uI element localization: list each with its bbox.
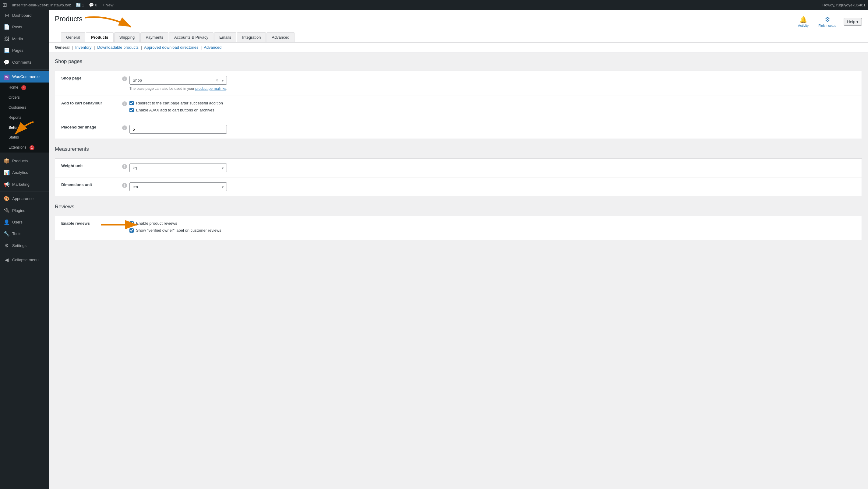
shop-page-row: Shop page ? Shop × ▾ [55,71,862,96]
sidebar-item-products[interactable]: 📦 Products [0,155,49,167]
reviews-checkboxes: Enable product reviews Show "verified ow… [129,221,221,235]
tabs-list: General Products Shipping Payments Accou… [55,32,862,42]
placeholder-image-input[interactable] [129,125,227,134]
settings-tabs: General Products Shipping Payments Accou… [55,32,862,42]
sidebar-item-media[interactable]: 🖼 Media [0,33,49,45]
sidebar-item-appearance[interactable]: 🎨 Appearance [0,193,49,205]
sidebar-item-tools[interactable]: 🔧 Tools [0,228,49,240]
add-to-cart-checkboxes: Redirect to the cart page after successf… [129,101,223,115]
weight-unit-field-row: ? kg g lbs oz ▾ [122,164,856,172]
sidebar-item-marketing[interactable]: 📢 Marketing [0,179,49,190]
shop-page-help-icon[interactable]: ? [122,76,127,81]
weight-unit-help-icon[interactable]: ? [122,164,127,169]
settings-wp-icon: ⚙ [4,242,10,249]
woocommerce-submenu: Home 4 Orders Customers Reports Settings… [0,83,49,153]
collapse-icon: ◀ [4,257,10,263]
sidebar-item-collapse[interactable]: ◀ Collapse menu [0,254,49,266]
placeholder-image-help-icon[interactable]: ? [122,125,127,130]
help-button[interactable]: Help ▾ [844,18,862,26]
shop-pages-section-title: Shop pages [55,59,862,67]
admin-bar: ⊞ unselfish-seal-2cef45.instawp.xyz 🔄 1 … [0,0,868,10]
shop-page-select-wrap: Shop × ▾ The base page can also be used … [129,76,227,91]
shop-page-select[interactable]: Shop [129,76,227,85]
add-to-cart-help-icon[interactable]: ? [122,101,127,106]
sidebar-item-wc-reports[interactable]: Reports [0,113,49,123]
settings-content: Shop pages Shop page ? Sho [49,53,868,246]
dashboard-icon: ⊞ [4,12,10,19]
marketing-icon: 📢 [4,181,10,188]
ajax-add-to-cart-checkbox[interactable] [129,108,134,112]
comments-count[interactable]: 💬 0 [89,3,97,7]
sidebar-item-users[interactable]: 👤 Users [0,217,49,228]
shop-page-desc: The base page can also be used in your p… [129,87,227,91]
shop-page-label: Shop page [61,76,81,80]
sidebar-item-pages[interactable]: 📃 Pages [0,45,49,56]
sidebar-item-plugins[interactable]: 🔌 Plugins [0,205,49,216]
measurements-table: Weight unit ? kg g lbs oz [55,158,862,196]
dimensions-unit-field-row: ? cm m mm in yd ▾ [122,183,856,191]
add-to-cart-field-row: ? Redirect to the cart page after succes… [122,101,856,115]
subnav-inventory[interactable]: Inventory [75,45,91,50]
verified-owner-checkbox[interactable] [129,228,134,233]
tab-general[interactable]: General [61,32,85,42]
product-permalinks-link[interactable]: product permalinks [195,87,226,91]
pages-icon: 📃 [4,47,10,54]
ajax-add-to-cart-label: Enable AJAX add to cart buttons on archi… [136,108,214,112]
weight-unit-select[interactable]: kg g lbs oz [129,164,227,172]
redirect-to-cart-checkbox[interactable] [129,101,134,105]
measurements-section-title: Measurements [55,146,862,155]
subnav-advanced[interactable]: Advanced [204,45,221,50]
sidebar-item-wc-orders[interactable]: Orders [0,93,49,103]
activity-button[interactable]: 🔔 Activity [796,14,811,29]
tab-advanced[interactable]: Advanced [267,32,294,42]
shop-page-clear-icon[interactable]: × [216,78,218,83]
tab-products[interactable]: Products [86,32,113,42]
dimensions-unit-label: Dimensions unit [61,183,92,187]
placeholder-image-label: Placeholder image [61,125,96,129]
tab-shipping[interactable]: Shipping [114,32,140,42]
new-content-button[interactable]: + New [102,3,113,7]
subnav-approved[interactable]: Approved download directories [144,45,198,50]
weight-unit-row: Weight unit ? kg g lbs oz [55,159,862,177]
tools-icon: 🔧 [4,230,10,237]
enable-product-reviews-checkbox[interactable] [129,221,134,226]
sidebar-item-wc-home[interactable]: Home 4 [0,83,49,93]
sidebar-menu: ⊞ Dashboard 📄 Posts 🖼 Media 📃 Pages 💬 Co… [0,10,49,266]
updates-count[interactable]: 🔄 1 [76,3,84,7]
media-icon: 🖼 [4,36,10,42]
placeholder-image-row: Placeholder image ? [55,120,862,139]
sidebar-item-comments[interactable]: 💬 Comments [0,57,49,68]
enable-reviews-row: Enable reviews [55,216,862,240]
tab-accounts-privacy[interactable]: Accounts & Privacy [169,32,214,42]
posts-icon: 📄 [4,24,10,30]
dimensions-unit-help-icon[interactable]: ? [122,183,127,188]
dimensions-unit-select[interactable]: cm m mm in yd [129,183,227,191]
wp-logo-icon[interactable]: ⊞ [2,2,7,8]
enable-reviews-label: Enable reviews [61,221,90,226]
users-icon: 👤 [4,219,10,226]
sidebar-item-wc-customers[interactable]: Customers [0,103,49,113]
verified-owner-label: Show "verified owner" label on customer … [136,228,221,233]
subnav: General | Inventory | Downloadable produ… [49,43,868,53]
sidebar-item-woocommerce[interactable]: W WooCommerce [0,71,49,83]
sidebar-item-analytics[interactable]: 📊 Analytics [0,167,49,178]
sidebar-item-wc-status[interactable]: Status [0,132,49,142]
comments-icon: 💬 [4,59,10,66]
shop-page-field-row: ? Shop × ▾ The base pa [122,76,856,91]
tab-integration[interactable]: Integration [237,32,266,42]
user-greeting: Howdy, ruguyoyeku5461 [822,3,866,7]
tab-payments[interactable]: Payments [141,32,168,42]
page-header: Products 🔔 Activity ⚙ [49,10,868,43]
sidebar-item-wc-extensions[interactable]: Extensions 1 [0,142,49,153]
finish-setup-button[interactable]: ⚙ Finish setup [816,14,839,29]
finish-setup-icon: ⚙ [825,16,830,23]
sidebar-item-wc-settings[interactable]: Settings [0,123,49,133]
chevron-down-icon: ▾ [857,20,859,24]
site-url[interactable]: unselfish-seal-2cef45.instawp.xyz [12,3,71,7]
tab-emails[interactable]: Emails [214,32,236,42]
sidebar-item-posts[interactable]: 📄 Posts [0,21,49,33]
appearance-icon: 🎨 [4,195,10,202]
sidebar-item-dashboard[interactable]: ⊞ Dashboard [0,10,49,21]
subnav-downloadable[interactable]: Downloadable products [97,45,138,50]
sidebar-item-settings[interactable]: ⚙ Settings [0,240,49,252]
